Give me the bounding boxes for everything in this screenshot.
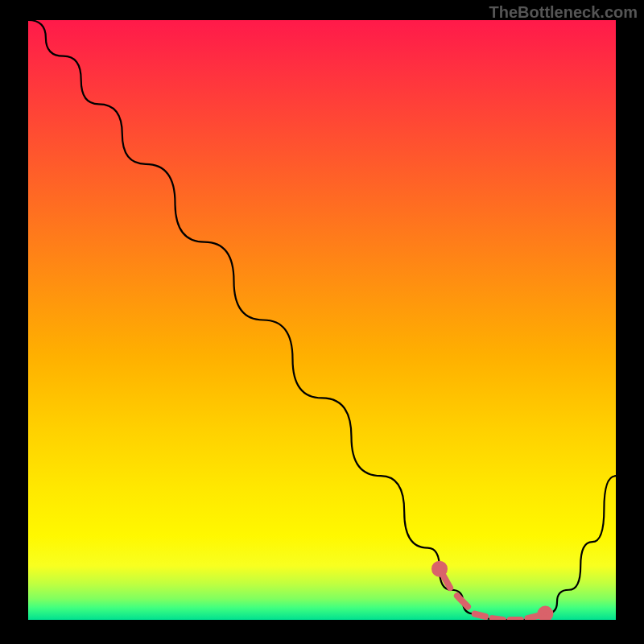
watermark-text: TheBottleneck.com xyxy=(489,3,638,22)
chart-plot-area xyxy=(28,20,616,620)
chart-background-gradient xyxy=(28,20,616,620)
